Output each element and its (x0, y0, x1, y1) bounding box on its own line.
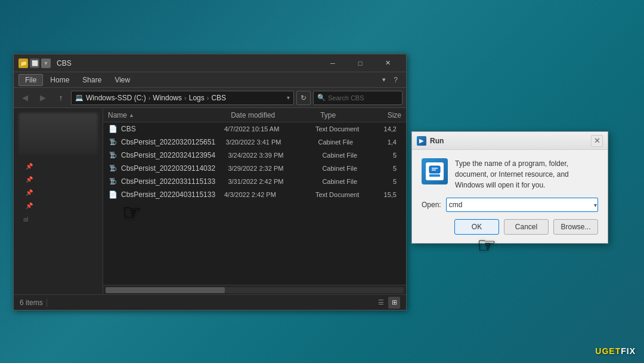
search-placeholder: Search CBS (328, 94, 364, 101)
file-date: 3/31/2022 2:42 PM (228, 178, 322, 185)
file-name: 🗜 CbsPersist_20220320125651 (108, 137, 226, 147)
file-icon-cab: 🗜 (108, 137, 117, 147)
file-icon-cab: 🗜 (108, 177, 117, 186)
table-row[interactable]: 📄 CBS 4/7/2022 10:15 AM Text Document 14… (103, 122, 406, 136)
run-input[interactable] (446, 198, 598, 212)
file-icon-txt: 📄 (108, 190, 117, 199)
file-size: 15,5 (384, 191, 401, 198)
file-name: 🗜 CbsPersist_20220329114032 (108, 164, 228, 173)
pin-icon: 📌 (26, 163, 33, 170)
search-icon: 🔍 (317, 94, 326, 101)
run-description: Type the name of a program, folder, docu… (455, 158, 598, 190)
table-row[interactable]: 🗜 CbsPersist_20220331115133 3/31/2022 2:… (103, 175, 406, 188)
file-name: 📄 CBS (108, 124, 224, 134)
address-path[interactable]: 💻 Windows-SSD (C:) › Windows › Logs › CB… (71, 91, 294, 105)
menu-share[interactable]: Share (76, 75, 107, 85)
run-buttons-row: OK Cancel Browse... (422, 219, 598, 235)
svg-rect-2 (432, 168, 438, 169)
file-type: Text Document (315, 191, 384, 198)
run-open-row: Open: ▾ (422, 198, 598, 212)
sidebar-item-4[interactable]: 📌 (18, 199, 98, 212)
search-box[interactable]: 🔍 Search CBS (313, 91, 402, 105)
title-bar-icons: 📁 ⬜ ▼ (18, 59, 51, 68)
folder-icon: 📁 (18, 59, 28, 68)
watermark-prefix: UGET (595, 346, 621, 356)
file-type: Cabinet File (322, 152, 392, 159)
watermark-suffix: FIX (621, 346, 636, 356)
menu-file[interactable]: File (18, 74, 43, 86)
explorer-window: 📁 ⬜ ▼ CBS ─ □ ✕ File Home Share View ▾ ?… (13, 54, 407, 310)
forward-button[interactable]: ▶ (35, 90, 51, 106)
title-icon-2: ⬜ (30, 59, 39, 68)
file-type: Cabinet File (322, 178, 392, 185)
up-button[interactable]: ↑ (53, 90, 69, 106)
horizontal-scrollbar[interactable] (103, 285, 406, 294)
file-icon-cab: 🗜 (108, 164, 117, 173)
browse-button[interactable]: Browse... (553, 219, 598, 235)
ribbon-toggle[interactable]: ▾ (379, 75, 389, 85)
run-dialog: ▶ Run ✕ Type the name of a program, fold… (411, 131, 608, 244)
col-name-header[interactable]: Name ▲ (108, 111, 231, 119)
details-view-button[interactable]: ☰ (375, 297, 387, 309)
file-icon-txt: 📄 (108, 124, 117, 134)
sidebar-items: 📌 📌 📌 📌 (18, 157, 98, 214)
back-button[interactable]: ◀ (17, 90, 33, 106)
title-bar: 📁 ⬜ ▼ CBS ─ □ ✕ (14, 54, 406, 72)
table-row[interactable]: 🗜 CbsPersist_20220324123954 3/24/2022 3:… (103, 149, 406, 162)
file-date: 3/24/2022 3:39 PM (228, 152, 322, 159)
run-title: Run (430, 137, 591, 145)
run-close-button[interactable]: ✕ (591, 135, 603, 147)
window-title: CBS (57, 59, 319, 67)
scrollbar-track (106, 287, 404, 293)
view-icons: ☰ ⊞ (375, 297, 400, 309)
col-size-header[interactable]: Size (388, 111, 401, 119)
close-button[interactable]: ✕ (374, 54, 401, 72)
file-name: 🗜 CbsPersist_20220324123954 (108, 150, 228, 160)
address-bar: ◀ ▶ ↑ 💻 Windows-SSD (C:) › Windows › Log… (14, 88, 406, 108)
path-dropdown-icon: ▾ (287, 94, 290, 101)
scrollbar-thumb (106, 287, 225, 293)
run-dialog-icon: ▶ (417, 136, 426, 146)
file-date: 3/29/2022 2:32 PM (228, 165, 322, 172)
cancel-button[interactable]: Cancel (504, 219, 549, 235)
file-icon-cab: 🗜 (108, 150, 117, 160)
content-area: 📌 📌 📌 📌 al (14, 108, 406, 294)
ok-button[interactable]: OK (454, 219, 499, 235)
table-row[interactable]: 🗜 CbsPersist_20220320125651 3/20/2022 3:… (103, 136, 406, 149)
file-date: 3/20/2022 3:41 PM (226, 139, 318, 146)
file-name: 📄 CbsPersist_20220403115133 (108, 190, 224, 199)
run-open-label: Open: (422, 201, 441, 209)
sidebar: 📌 📌 📌 📌 al (14, 108, 103, 294)
help-button[interactable]: ? (390, 75, 401, 85)
menu-bar: File Home Share View ▾ ? (14, 72, 406, 88)
col-date-header[interactable]: Date modified (231, 111, 320, 119)
path-windows: Windows (153, 94, 182, 102)
refresh-button[interactable]: ↻ (296, 91, 311, 105)
pin-icon-3: 📌 (26, 189, 33, 196)
menu-home[interactable]: Home (44, 75, 75, 85)
run-body: Type the name of a program, folder, docu… (412, 150, 608, 243)
window-controls: ─ □ ✕ (319, 54, 401, 72)
menu-view[interactable]: View (109, 75, 136, 85)
status-separator (47, 299, 47, 307)
pin-icon-2: 📌 (26, 176, 33, 183)
sidebar-item-1[interactable]: 📌 (18, 159, 98, 173)
column-headers: Name ▲ Date modified Type Size (103, 108, 406, 122)
file-list-area: Name ▲ Date modified Type Size 📄 CBS 4/7… (103, 108, 406, 294)
file-size: 5 (393, 178, 401, 185)
minimize-button[interactable]: ─ (319, 54, 346, 72)
sidebar-item-2[interactable]: 📌 (18, 173, 98, 186)
maximize-button[interactable]: □ (346, 54, 374, 72)
svg-rect-3 (432, 170, 436, 171)
run-input-wrapper: ▾ (446, 198, 598, 212)
svg-rect-1 (429, 174, 440, 177)
status-bar: 6 items ☰ ⊞ (14, 294, 406, 310)
table-row[interactable]: 🗜 CbsPersist_20220329114032 3/29/2022 2:… (103, 162, 406, 175)
large-icons-button[interactable]: ⊞ (388, 297, 400, 309)
file-name: 🗜 CbsPersist_20220331115133 (108, 177, 228, 186)
sort-arrow: ▲ (129, 112, 134, 118)
sidebar-item-3[interactable]: 📌 (18, 186, 98, 199)
col-type-header[interactable]: Type (320, 111, 387, 119)
file-size: 5 (393, 152, 401, 159)
table-row[interactable]: 📄 CbsPersist_20220403115133 4/3/2022 2:4… (103, 188, 406, 201)
